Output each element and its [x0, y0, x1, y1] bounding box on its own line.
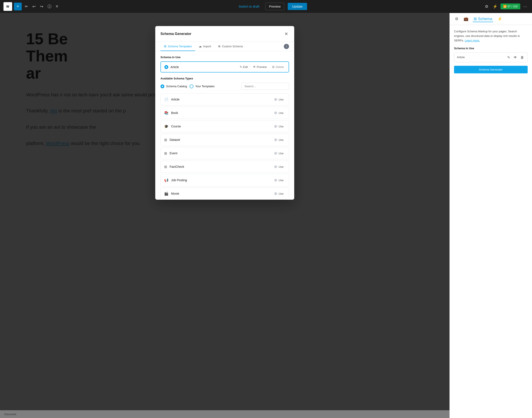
svg-text:W: W [6, 5, 9, 8]
schema-item-movie: 🎬 Movie [164, 192, 179, 196]
add-block-button[interactable]: + [14, 3, 22, 11]
table-row: 🎬 Movie ⊕ Use [160, 187, 289, 200]
panel-schema-value: Article [457, 55, 465, 60]
use-article-button[interactable]: ⊕ Use [272, 96, 285, 103]
preview-label: Preview [257, 65, 267, 69]
wordpress-logo: W [3, 2, 12, 11]
templates-radio [189, 84, 193, 88]
table-row: ⊞ FactCheck ⊕ Use [160, 161, 289, 173]
your-templates-option[interactable]: Your Templates [189, 84, 214, 88]
panel-content: Configure Schema Markup for your pages. … [450, 25, 532, 78]
redo-button[interactable]: ↪ [39, 3, 45, 10]
use-event-button[interactable]: ⊕ Use [272, 150, 285, 156]
table-row: ⊞ Dataset ⊕ Use [160, 134, 289, 146]
schema-generator-button[interactable]: Schema Generator [454, 66, 528, 73]
use-factcheck-button[interactable]: ⊕ Use [272, 163, 285, 170]
use-dataset-button[interactable]: ⊕ Use [272, 137, 285, 143]
factcheck-icon: ⊞ [164, 165, 167, 169]
use-course-button[interactable]: ⊕ Use [272, 123, 285, 129]
panel-schema-item: Article ✎ 👁 🗑 [454, 53, 528, 62]
article-icon: 📄 [164, 97, 168, 102]
tab-schema-templates-label: Schema Templates [168, 45, 192, 48]
schema-item-name: Article [171, 98, 179, 101]
learn-more-link[interactable]: Learn more. [465, 39, 480, 42]
table-row: 📢 Job Posting ⊕ Use [160, 174, 289, 186]
edit-icon: ✎ [240, 65, 242, 69]
info-button[interactable]: ⓘ [46, 3, 53, 11]
schema-item-dataset: ⊞ Dataset [164, 138, 180, 142]
undo-button[interactable]: ↩ [31, 3, 37, 10]
score-value: 87 / 100 [508, 5, 518, 8]
filter-tab-icon[interactable]: ⚡ [497, 16, 503, 22]
use-label: Use [279, 111, 284, 115]
schema-item-name: Job Posting [171, 178, 187, 182]
use-label: Use [279, 152, 284, 155]
panel-preview-icon[interactable]: 👁 [513, 55, 518, 60]
modal-title: Schema Generator [160, 32, 191, 36]
schema-item-name: Dataset [170, 138, 180, 141]
schema-item-factcheck: ⊞ FactCheck [164, 165, 184, 169]
table-row: 🎓 Course ⊕ Use [160, 120, 289, 132]
templates-label: Your Templates [195, 85, 214, 88]
catalog-label: Schema Catalog [166, 85, 187, 88]
table-row: 📄 Article ⊕ Use [160, 93, 289, 105]
schema-item-course: 🎓 Course [164, 124, 181, 128]
custom-schema-icon: ⊕ [218, 45, 221, 48]
delete-schema-button[interactable]: 🗑 Delete [271, 64, 285, 70]
more-options-button[interactable]: ⋯ [522, 3, 529, 10]
modal-close-button[interactable]: ✕ [284, 30, 289, 37]
use-circle-icon: ⊕ [274, 137, 277, 142]
use-circle-icon: ⊕ [274, 151, 277, 156]
table-row: ⊞ Event ⊕ Use [160, 147, 289, 159]
edit-mode-button[interactable]: ✏ [24, 3, 29, 10]
modal-info-button[interactable]: i [284, 44, 289, 49]
use-circle-icon: ⊕ [274, 178, 277, 183]
preview-icon: 👁 [253, 65, 256, 69]
edit-label: Edit [243, 65, 248, 69]
tab-schema-templates[interactable]: ⊞ Schema Templates [160, 42, 195, 51]
score-icon: 📶 [503, 5, 507, 8]
use-jobposting-button[interactable]: ⊕ Use [272, 177, 285, 183]
update-button[interactable]: Update [288, 3, 307, 10]
schema-tab-icon[interactable]: ⊞ Schema [473, 16, 493, 22]
schema-generator-modal: Schema Generator ✕ ⊞ Schema Templates ☁ … [155, 26, 294, 200]
use-label: Use [279, 192, 284, 195]
panel-top-icons: ⚙ 💼 ⊞ Schema ⚡ [450, 13, 532, 25]
schema-item-event: ⊞ Event [164, 151, 177, 155]
schema-catalog-option[interactable]: Schema Catalog [160, 84, 187, 88]
tab-custom-schema[interactable]: ⊕ Custom Schema [214, 42, 246, 51]
delete-label: Delete [276, 65, 284, 69]
list-view-button[interactable]: ≡ [55, 3, 59, 10]
catalog-radio [160, 84, 164, 88]
use-book-button[interactable]: ⊕ Use [272, 110, 285, 116]
preview-button[interactable]: Preview [265, 3, 284, 10]
modal-overlay: Schema Generator ✕ ⊞ Schema Templates ☁ … [0, 13, 449, 418]
use-circle-icon: ⊕ [274, 124, 277, 129]
briefcase-tab-icon[interactable]: 💼 [463, 16, 469, 22]
current-schema-radio [164, 65, 168, 69]
use-movie-button[interactable]: ⊕ Use [272, 190, 285, 197]
preview-schema-button[interactable]: 👁 Preview [252, 64, 268, 70]
tab-import[interactable]: ☁ Import [195, 42, 214, 51]
book-icon: 📚 [164, 111, 168, 115]
panel-delete-icon[interactable]: 🗑 [520, 55, 525, 60]
settings-icon-button[interactable]: ⚙ [484, 3, 490, 10]
schema-search-input[interactable] [241, 83, 289, 90]
settings-tab-icon[interactable]: ⚙ [454, 16, 459, 22]
lightning-icon-button[interactable]: ⚡ [491, 3, 499, 10]
schema-item-name: Course [171, 125, 181, 128]
movie-icon: 🎬 [164, 192, 168, 196]
dataset-icon: ⊞ [164, 138, 167, 142]
schema-action-buttons: ✎ Edit 👁 Preview 🗑 Delete [238, 64, 285, 70]
use-label: Use [279, 125, 284, 128]
course-icon: 🎓 [164, 124, 168, 128]
schema-in-use-label: Schema in Use [160, 56, 289, 59]
switch-draft-button[interactable]: Switch to draft [236, 3, 262, 10]
toolbar: W + ✏ ↩ ↪ ⓘ ≡ Switch to draft Preview Up… [0, 0, 532, 13]
tab-import-label: Import [203, 45, 211, 48]
edit-schema-button[interactable]: ✎ Edit [238, 64, 249, 70]
use-circle-icon: ⊕ [274, 191, 277, 196]
available-types-label: Available Schema Types [160, 77, 289, 80]
schema-types-header: Schema Catalog Your Templates [160, 83, 289, 90]
panel-edit-icon[interactable]: ✎ [506, 55, 511, 60]
